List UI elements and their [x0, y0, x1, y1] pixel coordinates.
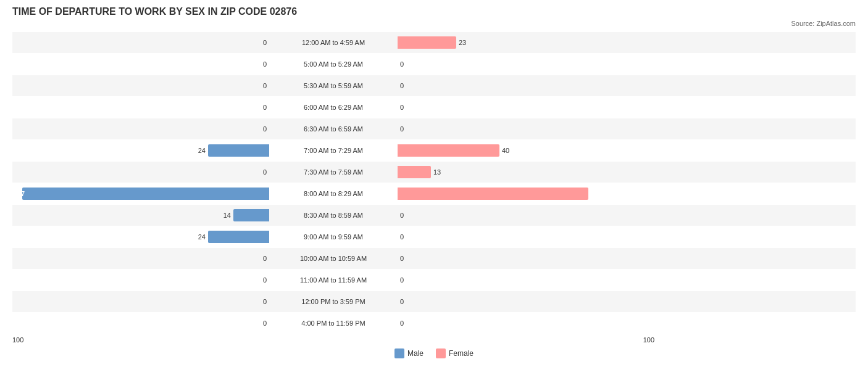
axis-labels: 100 100 — [12, 336, 856, 344]
table-row: 24 9:00 AM to 9:59 AM 0 — [12, 226, 856, 247]
chart-area: 0 12:00 AM to 4:59 AM 23 0 5:00 AM to 5:… — [12, 32, 856, 334]
axis-right-label: 100 — [643, 336, 654, 344]
table-row: 0 12:00 PM to 3:59 PM 0 — [12, 291, 856, 312]
table-row: 0 12:00 AM to 4:59 AM 23 — [12, 32, 856, 53]
table-row: 0 6:30 AM to 6:59 AM 0 — [12, 118, 856, 139]
row-label: 5:00 AM to 5:29 AM — [272, 60, 395, 68]
chart-title: TIME OF DEPARTURE TO WORK BY SEX IN ZIP … — [12, 6, 856, 17]
source-label: Source: ZipAtlas.com — [12, 20, 856, 27]
legend: Male Female — [12, 348, 856, 358]
row-label: 6:00 AM to 6:29 AM — [272, 104, 395, 111]
row-label: 7:00 AM to 7:29 AM — [272, 147, 395, 154]
table-row: 24 7:00 AM to 7:29 AM 40 — [12, 140, 856, 161]
legend-male: Male — [394, 348, 424, 358]
row-label: 9:00 AM to 9:59 AM — [272, 233, 395, 241]
table-row: 0 4:00 PM to 11:59 PM 0 — [12, 313, 856, 334]
row-label: 5:30 AM to 5:59 AM — [272, 82, 395, 89]
row-label: 8:30 AM to 8:59 AM — [272, 212, 395, 219]
legend-female-label: Female — [449, 349, 474, 358]
table-row: 0 10:00 AM to 10:59 AM 0 — [12, 248, 856, 269]
table-row: 0 7:30 AM to 7:59 AM 13 — [12, 162, 856, 183]
legend-female: Female — [436, 348, 474, 358]
table-row: 0 5:30 AM to 5:59 AM 0 — [12, 75, 856, 96]
legend-male-box — [394, 348, 404, 358]
table-row: 14 8:30 AM to 8:59 AM 0 — [12, 205, 856, 226]
row-label: 6:30 AM to 6:59 AM — [272, 125, 395, 133]
row-label: 12:00 AM to 4:59 AM — [272, 39, 395, 46]
row-label: 10:00 AM to 10:59 AM — [272, 255, 395, 262]
table-row: 0 11:00 AM to 11:59 AM 0 — [12, 270, 856, 291]
table-row: 0 6:00 AM to 6:29 AM 0 — [12, 97, 856, 118]
axis-left-label: 100 — [12, 336, 23, 344]
row-label: 8:00 AM to 8:29 AM — [272, 190, 395, 197]
row-label: 4:00 PM to 11:59 PM — [272, 320, 395, 327]
row-label: 12:00 PM to 3:59 PM — [272, 298, 395, 305]
table-row: 0 5:00 AM to 5:29 AM 0 — [12, 54, 856, 75]
table-row: 97 8:00 AM to 8:29 AM 75 — [12, 183, 856, 204]
chart-container: TIME OF DEPARTURE TO WORK BY SEX IN ZIP … — [12, 6, 856, 358]
legend-female-box — [436, 348, 446, 358]
row-label: 11:00 AM to 11:59 AM — [272, 276, 395, 284]
legend-male-label: Male — [407, 349, 424, 358]
row-label: 7:30 AM to 7:59 AM — [272, 168, 395, 176]
